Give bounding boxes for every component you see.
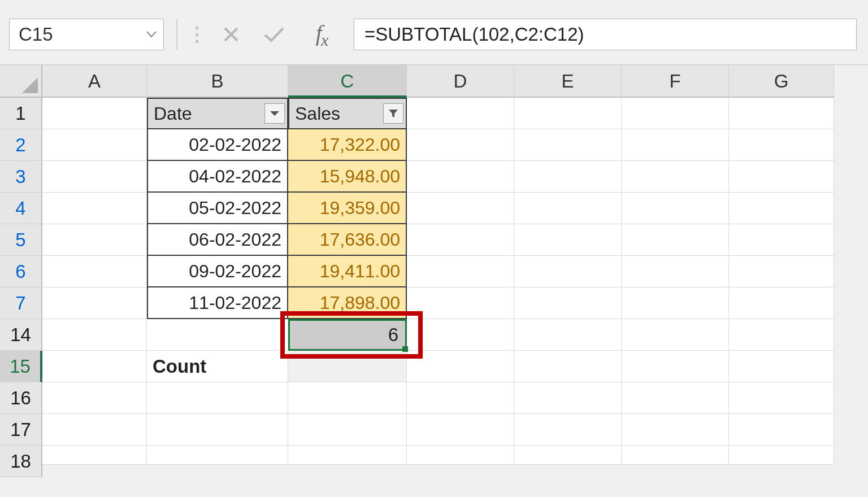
cell-B1-date-header[interactable]: Date [147, 98, 288, 129]
cell-G5[interactable] [729, 224, 834, 256]
cell-D7[interactable] [407, 287, 514, 319]
cell-G1[interactable] [729, 98, 834, 129]
name-box-dropdown-icon[interactable] [146, 31, 157, 38]
cell-F14[interactable] [622, 319, 729, 351]
cell-D14[interactable] [407, 319, 514, 351]
cell-D17[interactable] [407, 414, 514, 446]
cell-C17[interactable] [288, 414, 407, 446]
cell-G16[interactable] [729, 382, 834, 414]
cell-C4-sales[interactable]: 19,359.00 [288, 193, 407, 224]
cell-B15-count-label[interactable]: Count [147, 351, 288, 382]
cell-E6[interactable] [514, 256, 622, 287]
cell-F7[interactable] [622, 287, 729, 319]
cell-E17[interactable] [514, 414, 622, 446]
cell-E3[interactable] [514, 161, 622, 193]
cell-F18[interactable] [622, 446, 729, 465]
cell-A2[interactable] [42, 129, 147, 161]
row-header-15[interactable]: 15 [0, 351, 42, 382]
cell-C16[interactable] [288, 382, 407, 414]
cell-F17[interactable] [622, 414, 729, 446]
formula-input[interactable]: =SUBTOTAL(102,C2:C12) [354, 19, 857, 50]
cell-D6[interactable] [407, 256, 514, 287]
cell-D4[interactable] [407, 193, 514, 224]
cell-F15[interactable] [622, 351, 729, 382]
insert-function-button[interactable]: fx [302, 19, 341, 50]
row-header-1[interactable]: 1 [0, 98, 42, 129]
cell-A3[interactable] [42, 161, 147, 193]
cell-E2[interactable] [514, 129, 622, 161]
cancel-formula-icon[interactable] [216, 19, 246, 50]
cell-E15[interactable] [514, 351, 622, 382]
cell-A5[interactable] [42, 224, 147, 256]
cell-F5[interactable] [622, 224, 729, 256]
cell-D2[interactable] [407, 129, 514, 161]
drag-handle-icon[interactable] [190, 19, 203, 50]
cell-C2-sales[interactable]: 17,322.00 [288, 129, 407, 161]
row-header-2[interactable]: 2 [0, 129, 42, 161]
cell-D15[interactable] [407, 351, 514, 382]
cell-G3[interactable] [729, 161, 834, 193]
cell-D1[interactable] [407, 98, 514, 129]
cell-A17[interactable] [42, 414, 147, 446]
row-header-14[interactable]: 14 [0, 319, 42, 351]
cell-C5-sales[interactable]: 17,636.00 [288, 224, 407, 256]
cell-C1-sales-header[interactable]: Sales [288, 98, 407, 129]
row-header-18[interactable]: 18 [0, 446, 42, 477]
cell-F6[interactable] [622, 256, 729, 287]
cell-F4[interactable] [622, 193, 729, 224]
cell-D5[interactable] [407, 224, 514, 256]
cell-B3-date[interactable]: 04-02-2022 [147, 161, 288, 193]
cell-B17[interactable] [147, 414, 288, 446]
filter-dropdown-icon[interactable] [264, 103, 285, 124]
cell-B7-date[interactable]: 11-02-2022 [147, 287, 288, 319]
row-header-7[interactable]: 7 [0, 287, 42, 319]
col-header-F[interactable]: F [622, 65, 729, 98]
cell-F3[interactable] [622, 161, 729, 193]
col-header-A[interactable]: A [42, 65, 147, 98]
cell-A16[interactable] [42, 382, 147, 414]
cell-D18[interactable] [407, 446, 514, 465]
cell-G18[interactable] [729, 446, 834, 465]
cell-G15[interactable] [729, 351, 834, 382]
cell-F1[interactable] [622, 98, 729, 129]
cell-B5-date[interactable]: 06-02-2022 [147, 224, 288, 256]
cell-B18[interactable] [147, 446, 288, 465]
cell-G4[interactable] [729, 193, 834, 224]
cell-A18[interactable] [42, 446, 147, 465]
cell-A6[interactable] [42, 256, 147, 287]
cell-C18[interactable] [288, 446, 407, 465]
cell-G2[interactable] [729, 129, 834, 161]
col-header-B[interactable]: B [147, 65, 288, 98]
select-all-corner[interactable] [0, 65, 42, 98]
active-cell-C15[interactable]: 6 [288, 319, 407, 351]
cell-G17[interactable] [729, 414, 834, 446]
cell-B4-date[interactable]: 05-02-2022 [147, 193, 288, 224]
col-header-E[interactable]: E [514, 65, 622, 98]
cell-F16[interactable] [622, 382, 729, 414]
row-header-5[interactable]: 5 [0, 224, 42, 256]
cell-E1[interactable] [514, 98, 622, 129]
cell-B2-date[interactable]: 02-02-2022 [147, 129, 288, 161]
name-box[interactable]: C15 [9, 19, 164, 50]
cell-C6-sales[interactable]: 19,411.00 [288, 256, 407, 287]
row-header-6[interactable]: 6 [0, 256, 42, 287]
cell-A7[interactable] [42, 287, 147, 319]
cell-G6[interactable] [729, 256, 834, 287]
cell-B14[interactable] [147, 319, 288, 351]
cell-C3-sales[interactable]: 15,948.00 [288, 161, 407, 193]
cell-A14[interactable] [42, 319, 147, 351]
col-header-C[interactable]: C [288, 65, 407, 98]
row-header-16[interactable]: 16 [0, 382, 42, 414]
cell-D3[interactable] [407, 161, 514, 193]
cell-B16[interactable] [147, 382, 288, 414]
col-header-D[interactable]: D [407, 65, 514, 98]
enter-formula-icon[interactable] [259, 19, 289, 50]
cell-F2[interactable] [622, 129, 729, 161]
cell-E16[interactable] [514, 382, 622, 414]
cell-G14[interactable] [729, 319, 834, 351]
cell-A15[interactable] [42, 351, 147, 382]
cell-E4[interactable] [514, 193, 622, 224]
filter-active-icon[interactable] [383, 103, 403, 124]
cell-E5[interactable] [514, 224, 622, 256]
cell-E7[interactable] [514, 287, 622, 319]
